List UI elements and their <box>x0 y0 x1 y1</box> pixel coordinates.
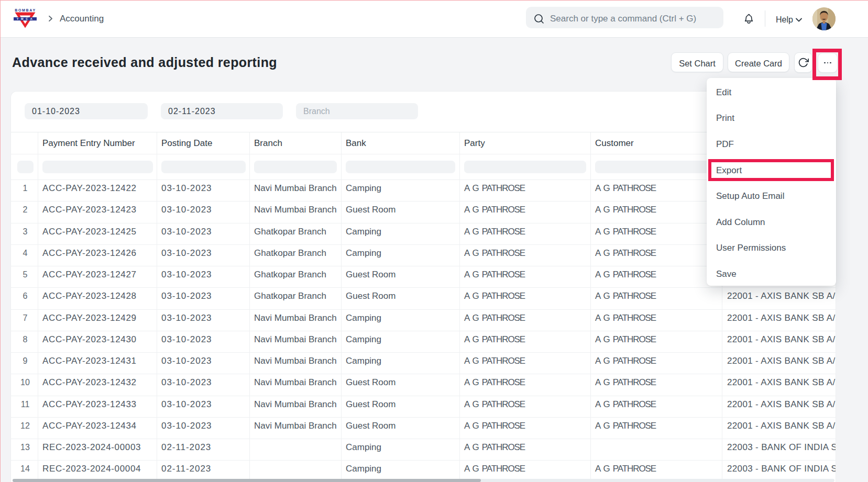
svg-text:BOMBAY: BOMBAY <box>15 8 36 12</box>
svg-text:YMCA: YMCA <box>17 17 35 20</box>
